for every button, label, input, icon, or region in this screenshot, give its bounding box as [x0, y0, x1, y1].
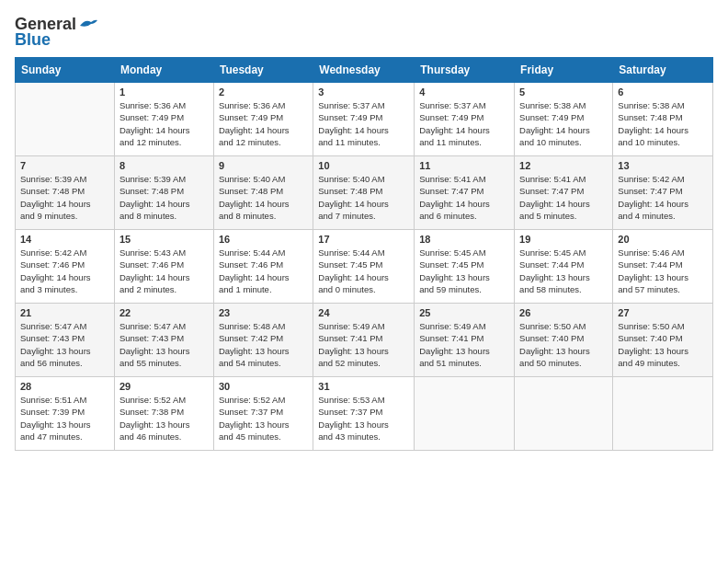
day-info: Sunrise: 5:47 AM Sunset: 7:43 PM Dayligh… [119, 320, 209, 369]
calendar-table: SundayMondayTuesdayWednesdayThursdayFrid… [15, 57, 713, 451]
calendar-week-2: 7Sunrise: 5:39 AM Sunset: 7:48 PM Daylig… [16, 156, 713, 230]
day-info: Sunrise: 5:40 AM Sunset: 7:48 PM Dayligh… [219, 173, 308, 222]
day-number: 7 [20, 160, 109, 171]
day-number: 24 [318, 307, 409, 318]
day-info: Sunrise: 5:49 AM Sunset: 7:41 PM Dayligh… [318, 320, 409, 369]
calendar-cell: 17Sunrise: 5:44 AM Sunset: 7:45 PM Dayli… [313, 230, 415, 304]
day-info: Sunrise: 5:51 AM Sunset: 7:39 PM Dayligh… [20, 394, 109, 442]
day-number: 4 [419, 86, 509, 98]
calendar-cell: 16Sunrise: 5:44 AM Sunset: 7:46 PM Dayli… [213, 230, 313, 304]
day-info: Sunrise: 5:50 AM Sunset: 7:40 PM Dayligh… [519, 320, 608, 369]
day-number: 27 [618, 307, 708, 318]
day-info: Sunrise: 5:42 AM Sunset: 7:46 PM Dayligh… [20, 247, 109, 295]
logo-blue-text: Blue [15, 30, 51, 50]
calendar-cell: 21Sunrise: 5:47 AM Sunset: 7:43 PM Dayli… [16, 304, 115, 377]
day-number: 16 [219, 234, 308, 245]
day-info: Sunrise: 5:49 AM Sunset: 7:41 PM Dayligh… [419, 320, 509, 369]
calendar-cell: 1Sunrise: 5:36 AM Sunset: 7:49 PM Daylig… [114, 83, 213, 156]
calendar-cell: 29Sunrise: 5:52 AM Sunset: 7:38 PM Dayli… [114, 377, 213, 451]
day-number: 10 [318, 160, 409, 171]
day-info: Sunrise: 5:41 AM Sunset: 7:47 PM Dayligh… [519, 173, 608, 222]
calendar-cell [16, 83, 115, 156]
day-number: 28 [20, 381, 109, 392]
calendar-cell [515, 377, 613, 451]
day-number: 14 [20, 234, 109, 245]
header-day-wednesday: Wednesday [313, 58, 415, 83]
calendar-cell: 24Sunrise: 5:49 AM Sunset: 7:41 PM Dayli… [313, 304, 415, 377]
day-number: 15 [119, 234, 209, 245]
day-number: 12 [519, 160, 608, 171]
day-info: Sunrise: 5:52 AM Sunset: 7:37 PM Dayligh… [219, 394, 308, 442]
calendar-cell: 31Sunrise: 5:53 AM Sunset: 7:37 PM Dayli… [313, 377, 415, 451]
logo-bird-icon [78, 17, 98, 33]
calendar-cell: 3Sunrise: 5:37 AM Sunset: 7:49 PM Daylig… [313, 83, 415, 156]
day-info: Sunrise: 5:43 AM Sunset: 7:46 PM Dayligh… [119, 247, 209, 295]
day-number: 31 [318, 381, 409, 392]
calendar-cell: 14Sunrise: 5:42 AM Sunset: 7:46 PM Dayli… [16, 230, 115, 304]
calendar-cell [613, 377, 713, 451]
calendar-cell: 13Sunrise: 5:42 AM Sunset: 7:47 PM Dayli… [613, 156, 713, 230]
day-info: Sunrise: 5:36 AM Sunset: 7:49 PM Dayligh… [219, 99, 308, 148]
day-info: Sunrise: 5:39 AM Sunset: 7:48 PM Dayligh… [119, 173, 209, 222]
day-info: Sunrise: 5:46 AM Sunset: 7:44 PM Dayligh… [618, 247, 708, 295]
day-number: 30 [219, 381, 308, 392]
day-number: 13 [618, 160, 708, 171]
day-number: 11 [419, 160, 509, 171]
calendar-cell [415, 377, 515, 451]
day-info: Sunrise: 5:53 AM Sunset: 7:37 PM Dayligh… [318, 394, 409, 442]
day-info: Sunrise: 5:41 AM Sunset: 7:47 PM Dayligh… [419, 173, 509, 222]
header-day-tuesday: Tuesday [213, 58, 313, 83]
day-info: Sunrise: 5:45 AM Sunset: 7:45 PM Dayligh… [419, 247, 509, 295]
calendar-cell: 2Sunrise: 5:36 AM Sunset: 7:49 PM Daylig… [213, 83, 313, 156]
day-info: Sunrise: 5:48 AM Sunset: 7:42 PM Dayligh… [219, 320, 308, 369]
day-number: 17 [318, 234, 409, 245]
calendar-cell: 28Sunrise: 5:51 AM Sunset: 7:39 PM Dayli… [16, 377, 115, 451]
calendar-cell: 4Sunrise: 5:37 AM Sunset: 7:49 PM Daylig… [415, 83, 515, 156]
day-info: Sunrise: 5:44 AM Sunset: 7:45 PM Dayligh… [318, 247, 409, 295]
calendar-cell: 15Sunrise: 5:43 AM Sunset: 7:46 PM Dayli… [114, 230, 213, 304]
day-number: 22 [119, 307, 209, 318]
calendar-cell: 18Sunrise: 5:45 AM Sunset: 7:45 PM Dayli… [415, 230, 515, 304]
calendar-cell: 22Sunrise: 5:47 AM Sunset: 7:43 PM Dayli… [114, 304, 213, 377]
day-info: Sunrise: 5:37 AM Sunset: 7:49 PM Dayligh… [318, 99, 409, 148]
day-info: Sunrise: 5:52 AM Sunset: 7:38 PM Dayligh… [119, 394, 209, 442]
day-info: Sunrise: 5:37 AM Sunset: 7:49 PM Dayligh… [419, 99, 509, 148]
calendar-cell: 23Sunrise: 5:48 AM Sunset: 7:42 PM Dayli… [213, 304, 313, 377]
calendar-cell: 11Sunrise: 5:41 AM Sunset: 7:47 PM Dayli… [415, 156, 515, 230]
day-info: Sunrise: 5:45 AM Sunset: 7:44 PM Dayligh… [519, 247, 608, 295]
calendar-week-3: 14Sunrise: 5:42 AM Sunset: 7:46 PM Dayli… [16, 230, 713, 304]
day-number: 3 [318, 86, 409, 98]
calendar-cell: 20Sunrise: 5:46 AM Sunset: 7:44 PM Dayli… [613, 230, 713, 304]
header-day-saturday: Saturday [613, 58, 713, 83]
day-number: 2 [219, 86, 308, 98]
day-number: 20 [618, 234, 708, 245]
day-info: Sunrise: 5:44 AM Sunset: 7:46 PM Dayligh… [219, 247, 308, 295]
calendar-cell: 26Sunrise: 5:50 AM Sunset: 7:40 PM Dayli… [515, 304, 613, 377]
header-day-friday: Friday [515, 58, 613, 83]
day-info: Sunrise: 5:38 AM Sunset: 7:49 PM Dayligh… [519, 99, 608, 148]
day-info: Sunrise: 5:39 AM Sunset: 7:48 PM Dayligh… [20, 173, 109, 222]
calendar-week-1: 1Sunrise: 5:36 AM Sunset: 7:49 PM Daylig… [16, 83, 713, 156]
calendar-cell: 27Sunrise: 5:50 AM Sunset: 7:40 PM Dayli… [613, 304, 713, 377]
day-number: 21 [20, 307, 109, 318]
day-number: 1 [119, 86, 209, 98]
day-info: Sunrise: 5:38 AM Sunset: 7:48 PM Dayligh… [618, 99, 708, 148]
calendar-cell: 7Sunrise: 5:39 AM Sunset: 7:48 PM Daylig… [16, 156, 115, 230]
calendar-header-row: SundayMondayTuesdayWednesdayThursdayFrid… [16, 58, 713, 83]
day-number: 29 [119, 381, 209, 392]
calendar-cell: 6Sunrise: 5:38 AM Sunset: 7:48 PM Daylig… [613, 83, 713, 156]
page-header: General Blue [15, 15, 713, 50]
day-number: 19 [519, 234, 608, 245]
day-number: 18 [419, 234, 509, 245]
day-info: Sunrise: 5:47 AM Sunset: 7:43 PM Dayligh… [20, 320, 109, 369]
calendar-cell: 25Sunrise: 5:49 AM Sunset: 7:41 PM Dayli… [415, 304, 515, 377]
calendar-cell: 5Sunrise: 5:38 AM Sunset: 7:49 PM Daylig… [515, 83, 613, 156]
day-number: 23 [219, 307, 308, 318]
header-day-monday: Monday [114, 58, 213, 83]
header-day-sunday: Sunday [16, 58, 115, 83]
header-day-thursday: Thursday [415, 58, 515, 83]
calendar-cell: 12Sunrise: 5:41 AM Sunset: 7:47 PM Dayli… [515, 156, 613, 230]
day-info: Sunrise: 5:40 AM Sunset: 7:48 PM Dayligh… [318, 173, 409, 222]
day-info: Sunrise: 5:42 AM Sunset: 7:47 PM Dayligh… [618, 173, 708, 222]
calendar-cell: 10Sunrise: 5:40 AM Sunset: 7:48 PM Dayli… [313, 156, 415, 230]
